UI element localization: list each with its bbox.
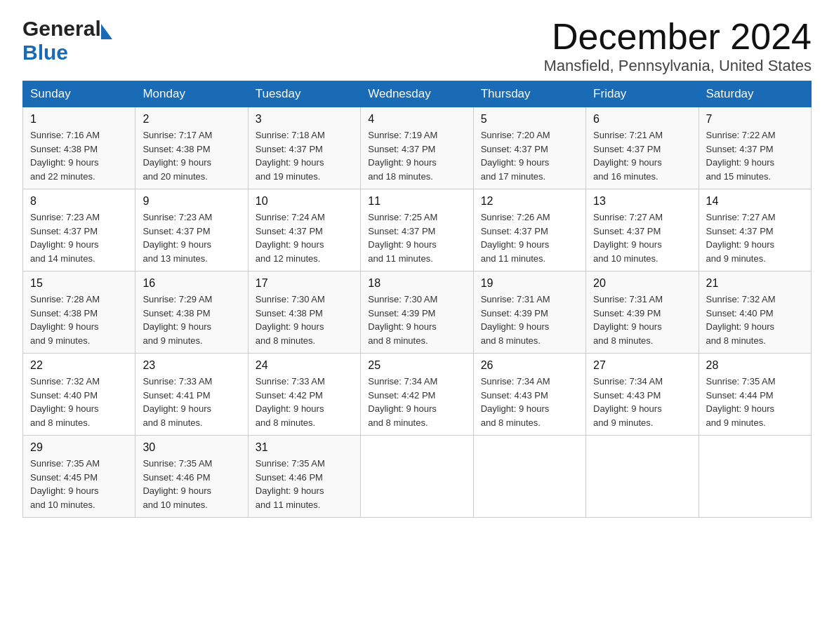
day-info: Sunrise: 7:30 AM Sunset: 4:38 PM Dayligh… bbox=[256, 293, 353, 347]
day-info: Sunrise: 7:21 AM Sunset: 4:37 PM Dayligh… bbox=[593, 128, 691, 183]
logo: General Blue bbox=[22, 17, 112, 65]
col-sunday: Sunday bbox=[23, 81, 135, 107]
day-number: 25 bbox=[368, 359, 465, 372]
calendar-cell: 5Sunrise: 7:20 AM Sunset: 4:37 PM Daylig… bbox=[473, 107, 585, 189]
calendar-week-row: 22Sunrise: 7:32 AM Sunset: 4:40 PM Dayli… bbox=[23, 354, 812, 436]
col-friday: Friday bbox=[586, 81, 699, 107]
calendar-table: Sunday Monday Tuesday Wednesday Thursday… bbox=[22, 81, 812, 518]
day-number: 11 bbox=[368, 195, 465, 208]
calendar-cell: 11Sunrise: 7:25 AM Sunset: 4:37 PM Dayli… bbox=[361, 189, 473, 271]
day-number: 3 bbox=[256, 113, 353, 126]
calendar-cell: 12Sunrise: 7:26 AM Sunset: 4:37 PM Dayli… bbox=[473, 189, 585, 271]
day-number: 14 bbox=[706, 195, 804, 208]
day-info: Sunrise: 7:19 AM Sunset: 4:37 PM Dayligh… bbox=[368, 128, 465, 183]
day-info: Sunrise: 7:32 AM Sunset: 4:40 PM Dayligh… bbox=[30, 375, 128, 429]
day-number: 24 bbox=[256, 359, 353, 372]
calendar-title-block: December 2024 Mansfield, Pennsylvania, U… bbox=[543, 17, 812, 75]
day-info: Sunrise: 7:16 AM Sunset: 4:38 PM Dayligh… bbox=[30, 128, 128, 183]
logo-general-text: General bbox=[22, 17, 101, 41]
calendar-cell: 19Sunrise: 7:31 AM Sunset: 4:39 PM Dayli… bbox=[473, 271, 585, 354]
day-number: 8 bbox=[30, 195, 128, 208]
calendar-cell: 18Sunrise: 7:30 AM Sunset: 4:39 PM Dayli… bbox=[361, 271, 473, 354]
day-number: 1 bbox=[30, 113, 128, 126]
day-info: Sunrise: 7:35 AM Sunset: 4:46 PM Dayligh… bbox=[143, 457, 240, 511]
calendar-cell: 16Sunrise: 7:29 AM Sunset: 4:38 PM Dayli… bbox=[135, 271, 248, 354]
calendar-cell: 30Sunrise: 7:35 AM Sunset: 4:46 PM Dayli… bbox=[135, 436, 248, 518]
calendar-cell: 20Sunrise: 7:31 AM Sunset: 4:39 PM Dayli… bbox=[586, 271, 699, 354]
day-number: 13 bbox=[593, 195, 691, 208]
col-thursday: Thursday bbox=[473, 81, 585, 107]
day-info: Sunrise: 7:29 AM Sunset: 4:38 PM Dayligh… bbox=[143, 293, 240, 347]
calendar-cell: 31Sunrise: 7:35 AM Sunset: 4:46 PM Dayli… bbox=[248, 436, 360, 518]
calendar-week-row: 15Sunrise: 7:28 AM Sunset: 4:38 PM Dayli… bbox=[23, 271, 812, 354]
calendar-week-row: 29Sunrise: 7:35 AM Sunset: 4:45 PM Dayli… bbox=[23, 436, 812, 518]
calendar-cell: 17Sunrise: 7:30 AM Sunset: 4:38 PM Dayli… bbox=[248, 271, 360, 354]
calendar-cell: 6Sunrise: 7:21 AM Sunset: 4:37 PM Daylig… bbox=[586, 107, 699, 189]
col-wednesday: Wednesday bbox=[361, 81, 473, 107]
day-number: 26 bbox=[481, 359, 578, 372]
calendar-week-row: 1Sunrise: 7:16 AM Sunset: 4:38 PM Daylig… bbox=[23, 107, 812, 189]
day-number: 5 bbox=[481, 113, 578, 126]
col-monday: Monday bbox=[135, 81, 248, 107]
calendar-cell: 21Sunrise: 7:32 AM Sunset: 4:40 PM Dayli… bbox=[699, 271, 811, 354]
day-number: 31 bbox=[256, 441, 353, 454]
calendar-subtitle: Mansfield, Pennsylvania, United States bbox=[543, 57, 812, 75]
day-number: 27 bbox=[593, 359, 691, 372]
day-info: Sunrise: 7:18 AM Sunset: 4:37 PM Dayligh… bbox=[256, 128, 353, 183]
page-header: General Blue December 2024 Mansfield, Pe… bbox=[22, 17, 812, 75]
day-info: Sunrise: 7:25 AM Sunset: 4:37 PM Dayligh… bbox=[368, 210, 465, 265]
day-number: 7 bbox=[706, 113, 804, 126]
day-number: 17 bbox=[256, 277, 353, 290]
day-number: 15 bbox=[30, 277, 128, 290]
day-info: Sunrise: 7:23 AM Sunset: 4:37 PM Dayligh… bbox=[30, 210, 128, 265]
calendar-week-row: 8Sunrise: 7:23 AM Sunset: 4:37 PM Daylig… bbox=[23, 189, 812, 271]
day-info: Sunrise: 7:31 AM Sunset: 4:39 PM Dayligh… bbox=[481, 293, 578, 347]
day-number: 29 bbox=[30, 441, 128, 454]
day-info: Sunrise: 7:17 AM Sunset: 4:38 PM Dayligh… bbox=[143, 128, 240, 183]
day-number: 18 bbox=[368, 277, 465, 290]
calendar-cell: 27Sunrise: 7:34 AM Sunset: 4:43 PM Dayli… bbox=[586, 354, 699, 436]
calendar-title: December 2024 bbox=[543, 17, 812, 57]
calendar-cell: 25Sunrise: 7:34 AM Sunset: 4:42 PM Dayli… bbox=[361, 354, 473, 436]
day-number: 4 bbox=[368, 113, 465, 126]
calendar-cell: 9Sunrise: 7:23 AM Sunset: 4:37 PM Daylig… bbox=[135, 189, 248, 271]
day-number: 30 bbox=[143, 441, 240, 454]
day-info: Sunrise: 7:34 AM Sunset: 4:42 PM Dayligh… bbox=[368, 375, 465, 429]
day-info: Sunrise: 7:34 AM Sunset: 4:43 PM Dayligh… bbox=[593, 375, 691, 429]
day-info: Sunrise: 7:34 AM Sunset: 4:43 PM Dayligh… bbox=[481, 375, 578, 429]
day-info: Sunrise: 7:32 AM Sunset: 4:40 PM Dayligh… bbox=[706, 293, 804, 347]
day-number: 21 bbox=[706, 277, 804, 290]
calendar-cell: 23Sunrise: 7:33 AM Sunset: 4:41 PM Dayli… bbox=[135, 354, 248, 436]
calendar-header-row: Sunday Monday Tuesday Wednesday Thursday… bbox=[23, 81, 812, 107]
calendar-cell: 1Sunrise: 7:16 AM Sunset: 4:38 PM Daylig… bbox=[23, 107, 135, 189]
col-saturday: Saturday bbox=[699, 81, 811, 107]
calendar-cell bbox=[586, 436, 699, 518]
day-info: Sunrise: 7:30 AM Sunset: 4:39 PM Dayligh… bbox=[368, 293, 465, 347]
day-info: Sunrise: 7:35 AM Sunset: 4:46 PM Dayligh… bbox=[256, 457, 353, 511]
calendar-cell: 7Sunrise: 7:22 AM Sunset: 4:37 PM Daylig… bbox=[699, 107, 811, 189]
day-number: 2 bbox=[143, 113, 240, 126]
calendar-cell: 29Sunrise: 7:35 AM Sunset: 4:45 PM Dayli… bbox=[23, 436, 135, 518]
day-number: 20 bbox=[593, 277, 691, 290]
day-number: 16 bbox=[143, 277, 240, 290]
calendar-cell: 24Sunrise: 7:33 AM Sunset: 4:42 PM Dayli… bbox=[248, 354, 360, 436]
day-info: Sunrise: 7:31 AM Sunset: 4:39 PM Dayligh… bbox=[593, 293, 691, 347]
day-info: Sunrise: 7:27 AM Sunset: 4:37 PM Dayligh… bbox=[593, 210, 691, 265]
day-info: Sunrise: 7:33 AM Sunset: 4:41 PM Dayligh… bbox=[143, 375, 240, 429]
calendar-cell: 15Sunrise: 7:28 AM Sunset: 4:38 PM Dayli… bbox=[23, 271, 135, 354]
logo-arrow-icon bbox=[101, 24, 112, 39]
day-number: 12 bbox=[481, 195, 578, 208]
day-info: Sunrise: 7:22 AM Sunset: 4:37 PM Dayligh… bbox=[706, 128, 804, 183]
calendar-cell: 10Sunrise: 7:24 AM Sunset: 4:37 PM Dayli… bbox=[248, 189, 360, 271]
day-info: Sunrise: 7:20 AM Sunset: 4:37 PM Dayligh… bbox=[481, 128, 578, 183]
calendar-cell: 22Sunrise: 7:32 AM Sunset: 4:40 PM Dayli… bbox=[23, 354, 135, 436]
day-info: Sunrise: 7:24 AM Sunset: 4:37 PM Dayligh… bbox=[256, 210, 353, 265]
calendar-cell: 2Sunrise: 7:17 AM Sunset: 4:38 PM Daylig… bbox=[135, 107, 248, 189]
day-info: Sunrise: 7:26 AM Sunset: 4:37 PM Dayligh… bbox=[481, 210, 578, 265]
day-info: Sunrise: 7:33 AM Sunset: 4:42 PM Dayligh… bbox=[256, 375, 353, 429]
calendar-cell: 14Sunrise: 7:27 AM Sunset: 4:37 PM Dayli… bbox=[699, 189, 811, 271]
calendar-cell: 8Sunrise: 7:23 AM Sunset: 4:37 PM Daylig… bbox=[23, 189, 135, 271]
calendar-cell: 28Sunrise: 7:35 AM Sunset: 4:44 PM Dayli… bbox=[699, 354, 811, 436]
day-number: 22 bbox=[30, 359, 128, 372]
calendar-cell: 26Sunrise: 7:34 AM Sunset: 4:43 PM Dayli… bbox=[473, 354, 585, 436]
